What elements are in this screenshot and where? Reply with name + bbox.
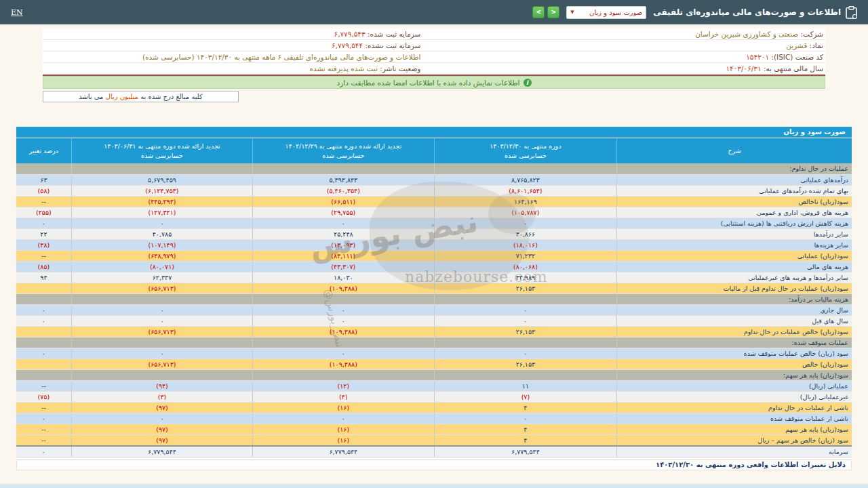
table-row: سود (زیان) خالص عملیات متوقف شده۰۰۰۰ bbox=[16, 348, 852, 359]
cell-v2: (۱۶) bbox=[253, 424, 434, 434]
info-field-left-value: ۶,۷۷۹,۵۴۴ bbox=[332, 41, 363, 49]
cell-v3: ۰ bbox=[71, 218, 252, 228]
cell-v3: ۴۰,۷۸۵ bbox=[71, 228, 252, 239]
cell-v3: (۶۵۶,۷۱۳) bbox=[71, 326, 252, 337]
row-label: هزینه های فروش، اداری و عمومی bbox=[617, 207, 852, 218]
cell-v2 bbox=[253, 337, 434, 348]
cell-v2: (۴۳,۳۰۷) bbox=[253, 261, 434, 272]
table-row: سایر هزینه‌ها(۱۸,۰۱۶)(۱۳,۰۹۳)(۱۰۷,۱۴۹)(۳… bbox=[16, 239, 852, 250]
row-label: سود(زیان) عملیات در حال تداوم قبل از مال… bbox=[617, 283, 852, 293]
changes-reason-bar: دلایل تغییرات اطلاعات واقعی دوره منتهی ب… bbox=[16, 460, 852, 470]
row-label: سایر هزینه‌ها bbox=[617, 239, 852, 250]
pl-table: شرحدوره منتهی به ۱۴۰۳/۱۲/۳۰حسابرسی شدهتج… bbox=[16, 138, 852, 458]
cell-v1: ۱۶۴,۱۶۹ bbox=[434, 196, 617, 207]
info-field-right: شرکت: صنعتی و کشاورزی شیرین خراسان bbox=[420, 28, 825, 39]
info-field-right-label: سال مالی منتهی به: bbox=[762, 64, 823, 73]
cell-v1: ۳۴,۹۸۹ bbox=[434, 272, 617, 283]
cell-pct: ۰ bbox=[16, 315, 71, 326]
cell-pct: ۰ bbox=[16, 218, 71, 228]
cell-v2: (۱۳,۰۹۳) bbox=[253, 239, 434, 250]
top-bar: اطلاعات و صورت‌های مالی میاندوره‌ای تلفی… bbox=[0, 0, 868, 24]
row-label: سود(زیان) پایه هر سهم: bbox=[617, 369, 852, 380]
unit-note-currency: میلیون ریال bbox=[106, 93, 138, 100]
row-label: ناشی از عملیات در حال تداوم bbox=[617, 402, 852, 413]
cell-v1: ۸,۷۶۵,۸۲۳ bbox=[434, 174, 617, 185]
cell-v2: ۶,۷۷۹,۵۴۴ bbox=[253, 446, 434, 458]
row-label: عملیات متوقف شده: bbox=[617, 337, 852, 348]
unit-note-text: کلیه مبالغ درج شده به bbox=[138, 93, 203, 100]
cell-v2: (۸۴,۱۱۱) bbox=[253, 250, 434, 261]
row-label: سود(زیان) خالص bbox=[617, 359, 852, 369]
cell-v1 bbox=[434, 337, 617, 348]
cell-v1 bbox=[434, 293, 617, 304]
cell-v3: (۶۵۶,۷۱۳) bbox=[71, 283, 252, 293]
cell-pct bbox=[16, 359, 71, 369]
statement-type-dropdown[interactable]: صورت سود و زیان ▼ bbox=[566, 6, 646, 19]
prev-statement-button[interactable]: < bbox=[547, 6, 559, 18]
cell-v1: ۲۶,۱۵۳ bbox=[434, 359, 617, 369]
cell-v2: (۱۰۹,۳۸۸) bbox=[253, 283, 434, 293]
cell-v1: ۳۰,۸۶۶ bbox=[434, 228, 617, 239]
info-field-right: کد صنعت (ISIC): ۱۵۴۲۰۱ bbox=[420, 52, 825, 62]
table-row: سایر درآمدها و هزینه های غیرعملیاتی۳۴,۹۸… bbox=[16, 272, 852, 283]
cell-pct: ۲۲ bbox=[16, 228, 71, 239]
cell-pct: ۹۴ bbox=[16, 272, 71, 283]
table-title: صورت سود و زیان bbox=[16, 127, 852, 138]
cell-v3: (۱۲۷,۳۲۱) bbox=[71, 207, 252, 218]
row-label: بهای تمام شده درآمدهای عملیاتی bbox=[617, 185, 852, 196]
row-label: درآمدهای عملیاتی bbox=[617, 174, 852, 185]
cell-v3: ۶۲,۳۳۷ bbox=[71, 272, 252, 283]
next-statement-button[interactable]: > bbox=[532, 6, 545, 18]
cell-pct: ۰ bbox=[16, 413, 71, 424]
cell-v1: ۲۶,۱۵۳ bbox=[434, 326, 617, 337]
cell-v3 bbox=[71, 163, 252, 174]
table-row: ناشی از عملیات متوقف شده۰۰۰۰ bbox=[16, 413, 852, 424]
language-toggle-link[interactable]: EN bbox=[11, 8, 23, 17]
cell-v1: ۴ bbox=[434, 424, 617, 434]
cell-v2: ۰ bbox=[253, 304, 434, 315]
cell-v2: ۰ bbox=[253, 218, 434, 228]
info-field-left: سرمایه ثبت نشده: ۶,۷۷۹,۵۴۴ bbox=[43, 40, 420, 51]
info-field-right-label: نماد: bbox=[807, 41, 823, 49]
cell-pct bbox=[16, 369, 71, 380]
cell-v3: (۶۵۶,۷۱۳) bbox=[71, 359, 252, 369]
info-field-right-value: ۱۴۰۳/۰۶/۳۱ bbox=[726, 64, 761, 73]
cell-v3 bbox=[71, 337, 252, 348]
info-field-right: سال مالی منتهی به: ۱۴۰۳/۰۶/۳۱ bbox=[420, 63, 825, 74]
cell-v1: (۱۸,۰۱۶) bbox=[434, 239, 617, 250]
cell-v2: (۶۶,۵۱۱) bbox=[253, 196, 434, 207]
bottom-strip bbox=[0, 484, 868, 488]
info-field-right-label: کد صنعت (ISIC): bbox=[769, 53, 823, 61]
info-field-right-value: قشرین bbox=[786, 41, 807, 49]
cell-v3: ۶,۷۷۹,۵۴۴ bbox=[71, 446, 252, 458]
info-field-left-label: سرمایه ثبت شده: bbox=[366, 30, 421, 38]
cell-v3: ۰ bbox=[71, 304, 252, 315]
table-row: غیرعملیاتی (ریال)(۷)(۴)(۳)(۷۵) bbox=[16, 391, 852, 402]
table-row: بهای تمام شده درآمدهای عملیاتی(۸,۶۰۱,۶۵۴… bbox=[16, 185, 852, 196]
pl-statement-section: صورت سود و زیان شرحدوره منتهی به ۱۴۰۳/۱۲… bbox=[16, 127, 852, 458]
info-field-left-label: سرمایه ثبت نشده: bbox=[363, 41, 420, 49]
row-label: سود(زیان) خالص عملیات در حال تداوم bbox=[617, 326, 852, 337]
table-row: سود(زیان) عملیاتی۷۱,۲۳۲(۸۴,۱۱۱)(۶۳۸,۹۷۹)… bbox=[16, 250, 852, 261]
section-header-row: هزینه مالیات بر درآمد: bbox=[16, 293, 852, 304]
cell-pct: (۸۵) bbox=[16, 261, 71, 272]
row-label: سایر درآمدها و هزینه های غیرعملیاتی bbox=[617, 272, 852, 283]
column-header-2: تجدید ارائه شده دوره منتهی به ۱۴۰۲/۱۲/۲۹… bbox=[253, 138, 434, 163]
cell-pct: (۵۸) bbox=[16, 185, 71, 196]
page-title: اطلاعات و صورت‌های مالی میاندوره‌ای تلفی… bbox=[653, 7, 841, 17]
cell-v1 bbox=[434, 369, 617, 380]
table-row: درآمدهای عملیاتی۸,۷۶۵,۸۲۳۵,۳۹۳,۸۴۳۵,۶۷۹,… bbox=[16, 174, 852, 185]
section-header-row: عملیات در حال تداوم: bbox=[16, 163, 852, 174]
row-label: سود (زیان) خالص عملیات متوقف شده bbox=[617, 348, 852, 359]
cell-pct: ۰ bbox=[16, 304, 71, 315]
cell-v3: (۹۷) bbox=[71, 434, 252, 446]
cell-v3 bbox=[71, 293, 252, 304]
table-row: سود(زیان) خالص عملیات در حال تداوم۲۶,۱۵۳… bbox=[16, 326, 852, 337]
table-row: عملیاتی (ریال)۱۱(۱۲)(۹۴)-- bbox=[16, 380, 852, 391]
info-row: کد صنعت (ISIC): ۱۵۴۲۰۱اطلاعات و صورت‌های… bbox=[43, 52, 825, 63]
cell-v3: ۵,۶۷۹,۴۵۹ bbox=[71, 174, 252, 185]
table-row: هزینه های مالی(۸۰,۰۶۸)(۴۳,۳۰۷)(۸۰,۰۷۱)(۸… bbox=[16, 261, 852, 272]
row-label: سال جاری bbox=[617, 304, 852, 315]
row-label: سایر درآمدها bbox=[617, 228, 852, 239]
page: { "topbar": { "language_link": "EN", "ti… bbox=[0, 0, 868, 488]
